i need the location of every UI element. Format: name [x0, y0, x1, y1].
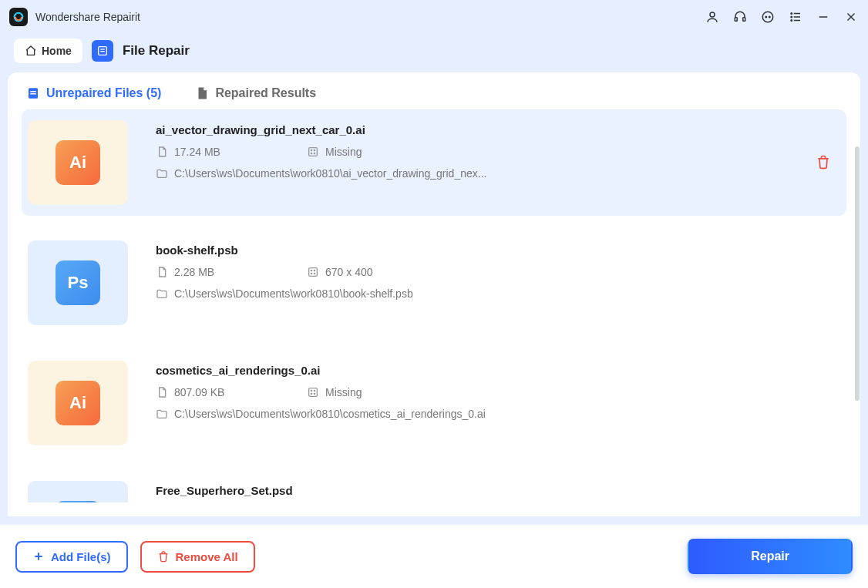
main-panel: Unrepaired Files (5) Repaired Results Ai…	[8, 72, 860, 516]
file-badge-ai: Ai	[56, 381, 100, 425]
titlebar-left: Wondershare Repairit	[9, 8, 140, 26]
svg-point-9	[791, 16, 792, 18]
svg-point-30	[311, 273, 311, 274]
file-thumbnail: Ps	[28, 240, 128, 325]
tab-unrepaired-label: Unrepaired Files (5)	[46, 86, 161, 100]
file-row[interactable]: Ps book-shelf.psb 2.28 MB 670 x 400 C:\U…	[22, 230, 846, 336]
file-name: book-shelf.psb	[156, 244, 840, 257]
tab-unrepaired[interactable]: Unrepaired Files (5)	[26, 86, 161, 100]
svg-rect-32	[309, 388, 318, 397]
file-meta: 807.09 KB Missing	[156, 386, 840, 398]
repair-label: Repair	[751, 549, 789, 563]
svg-point-34	[314, 390, 315, 391]
menu-list-icon[interactable]	[788, 9, 803, 25]
svg-point-25	[311, 153, 311, 153]
app-title: Wondershare Repairit	[35, 11, 140, 23]
file-info: cosmetics_ai_renderings_0.ai 807.09 KB M…	[156, 361, 840, 420]
svg-point-31	[314, 273, 315, 274]
svg-rect-22	[309, 148, 318, 156]
svg-rect-3	[743, 18, 745, 22]
file-thumbnail: Ai	[28, 361, 128, 445]
file-info: book-shelf.psb 2.28 MB 670 x 400 C:\User…	[156, 240, 840, 300]
file-icon	[26, 86, 40, 100]
file-thumbnail: Ps	[28, 481, 128, 502]
delete-file-button[interactable]	[816, 154, 833, 171]
repair-button[interactable]: Repair	[688, 539, 853, 574]
headset-icon[interactable]	[732, 9, 748, 25]
file-icon	[195, 86, 209, 100]
svg-point-35	[311, 393, 311, 394]
titlebar: Wondershare Repairit	[0, 0, 868, 34]
user-icon[interactable]	[705, 9, 720, 25]
tab-repaired[interactable]: Repaired Results	[195, 86, 316, 100]
file-row[interactable]: Ai ai_vector_drawing_grid_next_car_0.ai …	[22, 109, 846, 216]
breadcrumb: Home File Repair	[0, 34, 868, 72]
file-repair-icon	[92, 40, 113, 62]
bottom-left: Add File(s) Remove All	[15, 541, 255, 573]
file-dimensions: Missing	[307, 146, 362, 158]
file-list: Ai ai_vector_drawing_grid_next_car_0.ai …	[8, 109, 860, 502]
remove-all-label: Remove All	[176, 550, 238, 563]
svg-rect-27	[309, 268, 318, 277]
file-size: 807.09 KB	[156, 386, 241, 398]
svg-point-26	[314, 153, 315, 153]
svg-rect-20	[30, 91, 36, 92]
file-path: C:\Users\ws\Documents\work0810\book-shel…	[156, 287, 840, 300]
home-icon	[25, 45, 37, 57]
minimize-icon[interactable]	[816, 9, 831, 25]
svg-point-11	[791, 20, 792, 22]
titlebar-right	[705, 9, 859, 25]
file-meta: 17.24 MB Missing	[156, 146, 840, 158]
file-size: 17.24 MB	[156, 146, 241, 158]
svg-point-24	[314, 150, 315, 150]
file-badge-ps: Ps	[56, 260, 100, 305]
plus-icon	[32, 550, 45, 563]
file-row[interactable]: Ai cosmetics_ai_renderings_0.ai 807.09 K…	[22, 350, 846, 456]
svg-point-36	[314, 393, 315, 394]
scrollbar-thumb[interactable]	[855, 146, 860, 401]
svg-point-33	[311, 390, 311, 391]
trash-icon	[157, 550, 170, 563]
home-button[interactable]: Home	[14, 39, 82, 63]
tab-repaired-label: Repaired Results	[215, 86, 316, 100]
svg-point-4	[762, 12, 773, 22]
close-icon[interactable]	[843, 9, 859, 25]
file-name: cosmetics_ai_renderings_0.ai	[156, 364, 840, 377]
file-badge-ps: Ps	[56, 501, 100, 502]
chat-icon[interactable]	[760, 9, 775, 25]
file-path: C:\Users\ws\Documents\work0810\cosmetics…	[156, 408, 840, 420]
svg-point-6	[769, 16, 771, 18]
remove-all-button[interactable]: Remove All	[140, 541, 255, 573]
file-size: 2.28 MB	[156, 266, 241, 278]
svg-point-5	[765, 16, 767, 18]
svg-point-7	[791, 13, 792, 15]
bottom-bar: Add File(s) Remove All Repair	[0, 525, 868, 588]
file-meta: 2.28 MB 670 x 400	[156, 266, 840, 278]
file-dimensions: Missing	[307, 386, 362, 398]
svg-point-23	[311, 150, 311, 150]
svg-rect-21	[30, 93, 36, 95]
svg-point-28	[311, 270, 311, 270]
file-row[interactable]: Ps Free_Superhero_Set.psd 8.74 MB 870 x …	[22, 470, 846, 502]
file-path: C:\Users\ws\Documents\work0810\ai_vector…	[156, 167, 840, 180]
file-dimensions: 670 x 400	[307, 266, 373, 278]
svg-rect-2	[735, 18, 737, 22]
add-files-button[interactable]: Add File(s)	[15, 541, 128, 573]
file-name: ai_vector_drawing_grid_next_car_0.ai	[156, 123, 840, 136]
file-info: ai_vector_drawing_grid_next_car_0.ai 17.…	[156, 120, 840, 180]
file-info: Free_Superhero_Set.psd 8.74 MB 870 x 137…	[156, 481, 840, 502]
file-name: Free_Superhero_Set.psd	[156, 484, 840, 497]
svg-point-1	[710, 12, 715, 17]
add-files-label: Add File(s)	[51, 550, 111, 563]
scrollbar[interactable]	[854, 146, 860, 516]
tabs: Unrepaired Files (5) Repaired Results	[8, 72, 860, 109]
breadcrumb-current: File Repair	[123, 43, 190, 59]
app-logo	[9, 8, 28, 26]
home-label: Home	[42, 45, 72, 57]
file-thumbnail: Ai	[28, 120, 128, 205]
svg-point-29	[314, 270, 315, 270]
file-badge-ai: Ai	[56, 140, 100, 185]
